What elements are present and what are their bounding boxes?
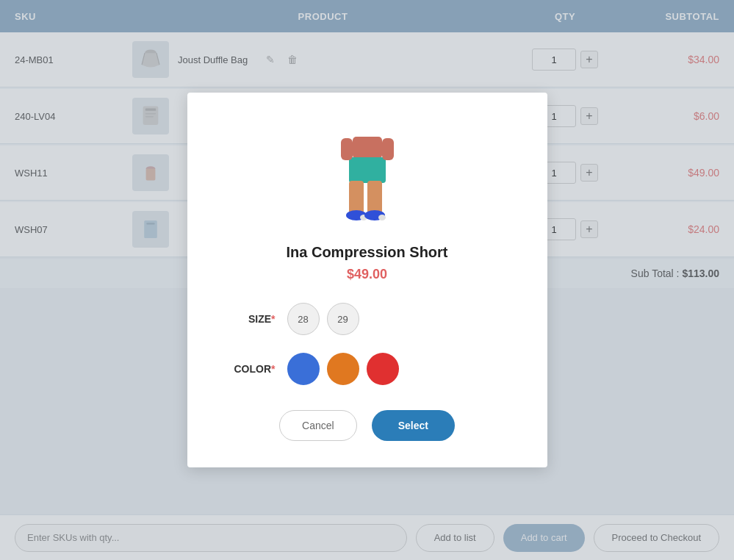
size-options: 28 29 xyxy=(287,303,359,335)
size-label: SIZE* xyxy=(217,313,276,325)
modal-price: $49.00 xyxy=(347,267,387,282)
svg-rect-11 xyxy=(353,137,382,159)
modal-actions: Cancel Select xyxy=(279,410,455,441)
svg-rect-14 xyxy=(367,181,382,214)
size-option-29[interactable]: 29 xyxy=(327,303,359,335)
color-option-row: COLOR* xyxy=(217,353,518,385)
svg-point-18 xyxy=(378,215,386,220)
size-option-row: SIZE* 28 29 xyxy=(217,303,518,335)
color-option-blue[interactable] xyxy=(287,353,320,385)
color-required-star: * xyxy=(271,363,275,375)
svg-rect-13 xyxy=(349,181,364,214)
modal-overlay: Ina Compression Short $49.00 SIZE* 28 29… xyxy=(0,0,734,560)
color-label: COLOR* xyxy=(217,363,276,375)
color-options xyxy=(287,353,399,385)
select-button[interactable]: Select xyxy=(372,410,455,441)
svg-rect-20 xyxy=(382,138,394,160)
svg-rect-12 xyxy=(349,157,386,183)
color-option-red[interactable] xyxy=(367,353,399,385)
product-options-modal: Ina Compression Short $49.00 SIZE* 28 29… xyxy=(187,93,547,467)
size-required-star: * xyxy=(271,313,275,325)
color-option-orange[interactable] xyxy=(327,353,359,385)
modal-product-image xyxy=(309,115,426,232)
svg-rect-19 xyxy=(341,138,353,160)
cancel-button[interactable]: Cancel xyxy=(279,410,357,441)
size-option-28[interactable]: 28 xyxy=(287,303,320,335)
modal-product-name: Ina Compression Short xyxy=(286,244,447,261)
